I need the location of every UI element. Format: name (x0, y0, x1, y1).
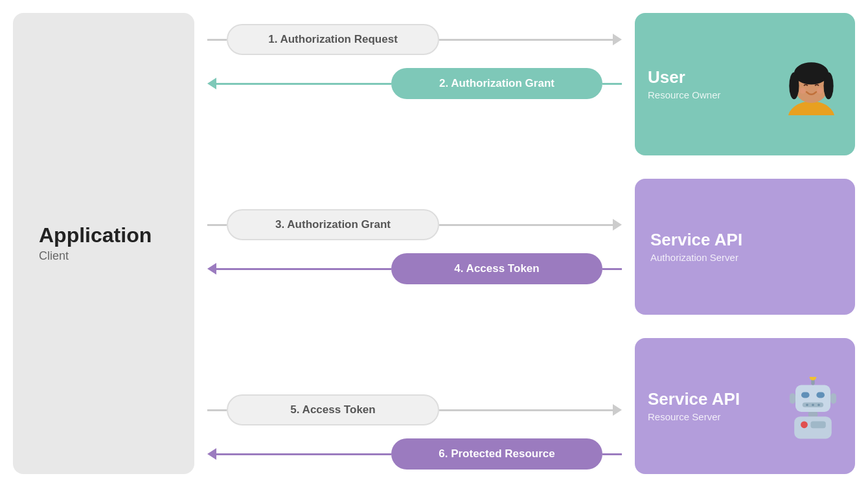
step2-row: 2. Authorization Grant (207, 67, 622, 100)
svg-point-4 (824, 72, 834, 99)
auth-server-subtitle: Authorization Server (650, 252, 839, 263)
middle-section: 1. Authorization Request 2. Authorizatio… (194, 0, 635, 487)
svg-point-3 (789, 72, 799, 99)
step3-line-right (439, 224, 613, 226)
step2-label: 2. Authorization Grant (439, 77, 554, 90)
resource-server-title: Service API (648, 390, 776, 409)
step6-row: 6. Protected Resource (207, 437, 622, 471)
flow-group-1: 1. Authorization Request 2. Authorizatio… (207, 23, 622, 100)
diagram-container: Application Client 1. Authorization Requ… (0, 0, 868, 487)
right-section: User Resource Owner (635, 0, 868, 487)
step3-row: 3. Authorization Grant (207, 208, 622, 242)
user-panel-subtitle: Resource Owner (648, 89, 773, 100)
right-panels-wrapper: User Resource Owner (635, 13, 855, 474)
step4-pill: 4. Access Token (391, 253, 602, 284)
flows-wrapper: 1. Authorization Request 2. Authorizatio… (207, 16, 622, 471)
step5-line-left (207, 409, 227, 411)
step1-arrow (613, 34, 622, 45)
step4-line-left (216, 268, 391, 270)
step4-row: 4. Access Token (207, 252, 622, 286)
svg-point-2 (794, 62, 828, 84)
step5-label: 5. Access Token (290, 403, 375, 416)
svg-point-15 (817, 403, 820, 406)
auth-server-panel: Service API Authorization Server (635, 179, 855, 315)
client-title: Application (39, 224, 152, 247)
svg-point-14 (812, 403, 814, 406)
svg-rect-16 (790, 393, 795, 403)
step5-arrow (613, 404, 622, 416)
svg-rect-18 (808, 412, 817, 416)
step2-pill: 2. Authorization Grant (391, 68, 602, 99)
step1-line-left (207, 39, 227, 41)
resource-server-panel: Service API Resource Server (635, 338, 855, 474)
flow-group-2: 3. Authorization Grant 4. Access Token (207, 208, 622, 286)
svg-rect-10 (801, 392, 810, 398)
resource-server-subtitle: Resource Server (648, 411, 776, 422)
step4-line-right (602, 268, 622, 270)
step5-pill: 5. Access Token (227, 394, 439, 425)
user-panel-title: User (648, 68, 773, 87)
svg-point-0 (788, 101, 834, 115)
svg-point-6 (817, 87, 823, 94)
step3-pill: 3. Authorization Grant (227, 209, 439, 240)
step5-line-right (439, 409, 613, 411)
client-subtitle: Client (39, 249, 69, 263)
step1-line-right (439, 39, 613, 41)
svg-rect-11 (816, 392, 825, 398)
robot-avatar (784, 377, 842, 435)
step6-arrow (207, 448, 216, 460)
svg-rect-9 (795, 385, 830, 412)
client-panel: Application Client (13, 13, 194, 474)
step6-label: 6. Protected Resource (439, 447, 555, 460)
step2-arrow (207, 78, 216, 89)
step3-label: 3. Authorization Grant (275, 218, 391, 231)
user-avatar-svg (781, 54, 842, 115)
svg-point-8 (810, 377, 817, 380)
resource-server-text: Service API Resource Server (648, 390, 776, 422)
step2-line-right (602, 83, 622, 85)
step4-label: 4. Access Token (454, 262, 539, 275)
step6-line-left (216, 453, 391, 455)
robot-svg (784, 377, 842, 441)
svg-rect-17 (830, 393, 836, 403)
auth-server-title: Service API (650, 231, 839, 249)
step1-row: 1. Authorization Request (207, 23, 622, 56)
svg-point-20 (801, 421, 808, 428)
step1-pill: 1. Authorization Request (227, 24, 439, 55)
step3-arrow (613, 219, 622, 231)
step5-row: 5. Access Token (207, 393, 622, 427)
step4-arrow (207, 263, 216, 275)
step6-line-right (602, 453, 622, 455)
step6-pill: 6. Protected Resource (391, 438, 602, 470)
user-avatar (781, 54, 842, 115)
auth-server-text: Service API Authorization Server (650, 231, 839, 263)
flow-group-3: 5. Access Token 6. Protected Resource (207, 393, 622, 471)
step1-label: 1. Authorization Request (268, 33, 398, 46)
svg-rect-21 (810, 421, 825, 428)
svg-point-5 (799, 87, 806, 94)
user-panel-text: User Resource Owner (648, 68, 773, 100)
svg-point-13 (806, 403, 808, 406)
user-panel: User Resource Owner (635, 13, 855, 155)
step2-line-left (216, 83, 391, 85)
step3-line-left (207, 224, 227, 226)
